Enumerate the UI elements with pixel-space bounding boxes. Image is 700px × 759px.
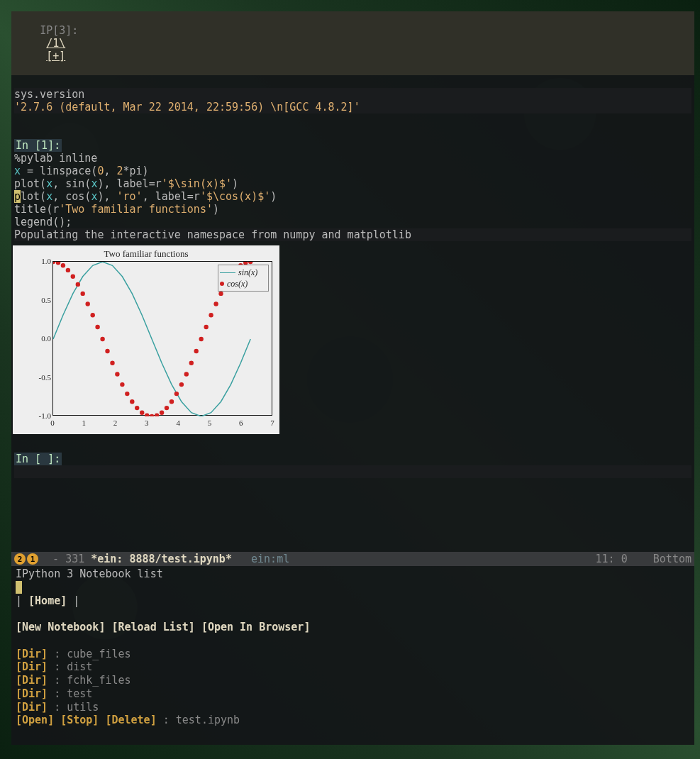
entry-name[interactable]: utils [67,701,99,714]
nblist-entry: [Dir] : test [16,687,690,701]
svg-point-32 [209,313,213,317]
svg-point-20 [150,414,154,416]
nblist-entry: [Open] [Stop] [Delete] : test.ipynb [16,714,690,727]
xtick: 5 [205,419,213,427]
buffer-id: IP[3]: [40,24,78,37]
ytick: 0.5 [30,296,51,304]
legend-dot-icon [220,282,224,286]
xtick: 0 [48,419,57,427]
ytick: 1.0 [30,257,51,265]
code-line[interactable]: x = linspace(0, 2*pi) [14,165,149,177]
new-notebook-button[interactable]: [New Notebook] [16,621,105,633]
ytick: 0.0 [30,334,51,343]
chart-title: Two familiar functions [13,245,279,260]
svg-point-15 [125,392,129,396]
xtick: 7 [268,419,277,427]
entry-action[interactable]: [Dir] [16,648,48,660]
entry-name[interactable]: dist [67,660,92,673]
svg-point-31 [204,325,209,329]
entry-name[interactable]: cube_files [67,648,130,660]
svg-point-25 [174,392,179,396]
entry-action[interactable]: [Delete] [105,714,156,726]
xtick: 2 [111,419,120,427]
spacer [14,126,21,139]
cell-prompt-empty: In [ ]: [14,453,62,465]
cell-prompt: In [1]: [14,139,62,152]
legend-label: cos(x) [227,279,248,289]
code-line[interactable]: %pylab inline [14,152,97,165]
legend-label: sin(x) [238,267,257,278]
svg-point-12 [110,361,114,365]
svg-point-4 [71,275,75,279]
svg-point-6 [81,292,85,296]
open-in-browser-button[interactable]: [Open In Browser] [201,621,311,633]
svg-point-34 [218,292,223,296]
svg-point-24 [170,399,174,404]
svg-point-27 [184,372,189,376]
cell-2-stdout: Populating the interactive namespace fro… [14,228,691,241]
notebooklist-pane[interactable]: IPython 3 Notebook list | [Home] | [New … [11,566,694,759]
code-line[interactable]: title(r'Two familiar functions') [14,203,219,216]
buffer-name[interactable]: *ein: 8888/test.ipynb* [91,553,232,565]
svg-point-0 [53,262,55,264]
svg-point-16 [130,399,134,404]
legend-line-icon [220,272,235,273]
svg-point-14 [120,382,124,387]
entry-action[interactable]: [Stop] [60,714,99,726]
code-line[interactable]: plot(x, sin(x), label=r'$\sin(x)$') [14,177,238,190]
nblist-title: IPython 3 Notebook list [16,567,690,581]
svg-point-40 [248,262,252,264]
entry-name[interactable]: test [67,687,92,700]
svg-point-8 [91,313,95,317]
reload-list-button[interactable]: [Reload List] [111,621,194,633]
entry-action[interactable]: [Dir] [16,660,48,673]
svg-point-9 [95,325,99,329]
svg-point-19 [145,414,149,417]
line-col: 11: 0 [596,553,628,565]
svg-point-18 [140,411,144,415]
text-cursor: p [14,190,21,203]
tab-add-button[interactable]: [+] [46,50,65,62]
chart-legend: sin(x) cos(x) [218,265,269,292]
code-line[interactable]: legend(); [14,216,72,228]
svg-point-11 [105,349,109,353]
svg-point-30 [199,337,204,341]
notebook-pane[interactable]: sys.version '2.7.6 (default, Mar 22 2014… [11,75,694,552]
entry-name[interactable]: fchk_files [67,674,130,687]
xtick: 6 [237,419,245,427]
line-num: 331 [65,553,84,565]
tabline: IP[3]: /1\ [+] [11,11,694,75]
workspace-badge: 2 [14,553,26,565]
svg-point-7 [86,301,90,306]
home-link[interactable]: [Home] [28,594,67,607]
svg-point-33 [213,301,218,306]
svg-point-26 [179,382,184,387]
cell-1-output: sys.version '2.7.6 (default, Mar 22 2014… [14,88,691,113]
entry-action[interactable]: [Dir] [16,687,48,700]
xtick: 4 [174,419,182,427]
svg-point-23 [165,406,169,410]
tab-current[interactable]: /1\ [46,37,65,50]
nblist-entry: [Dir] : dist [16,660,690,674]
chart-plot-area: sin(x) cos(x) [52,261,272,416]
window-badge: 1 [27,553,38,565]
scroll-pos: Bottom [653,553,691,565]
code-line[interactable]: plot(x, cos(x), 'ro', label=r'$\cos(x)$'… [14,190,277,203]
entry-action[interactable]: [Open] [16,714,54,726]
svg-point-22 [160,411,164,415]
xtick: 3 [143,419,151,427]
svg-point-13 [115,372,119,376]
svg-point-2 [61,263,65,267]
matplotlib-output: Two familiar functions sin(x) cos(x) -1.… [13,245,279,434]
cell-3-body[interactable] [14,465,691,478]
major-mode: ein:ml [251,553,289,565]
svg-point-5 [76,282,80,287]
nblist-entry: [Dir] : fchk_files [16,674,690,687]
svg-point-29 [194,349,199,353]
svg-point-21 [155,414,159,417]
nblist-entry: [Dir] : cube_files [16,648,690,661]
entry-name[interactable]: test.ipynb [176,714,240,726]
entry-action[interactable]: [Dir] [16,674,48,687]
svg-point-28 [189,361,194,365]
entry-action[interactable]: [Dir] [16,701,48,714]
